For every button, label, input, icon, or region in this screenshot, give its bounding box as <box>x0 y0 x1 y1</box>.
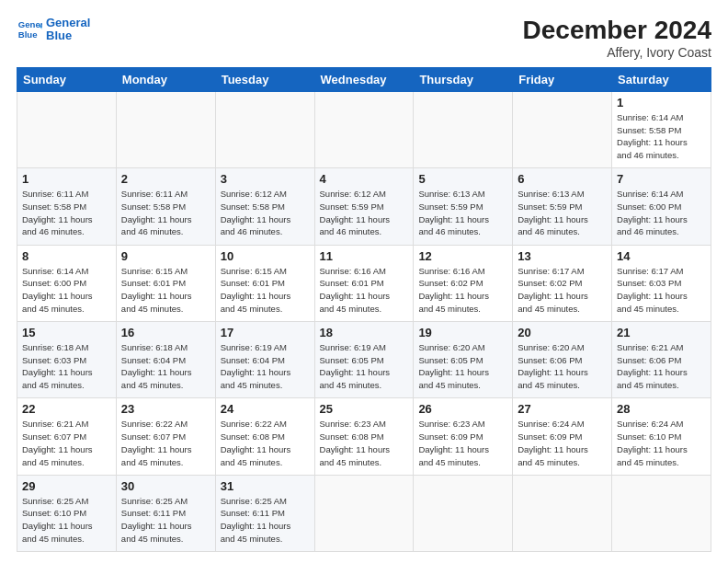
calendar-cell: 22 Sunrise: 6:21 AMSunset: 6:07 PMDaylig… <box>17 398 117 475</box>
day-number: 16 <box>121 326 210 339</box>
day-number: 5 <box>418 172 507 186</box>
calendar-cell <box>513 475 612 551</box>
weekday-header-row: SundayMondayTuesdayWednesdayThursdayFrid… <box>17 67 711 91</box>
day-info: Sunrise: 6:15 AMSunset: 6:01 PMDaylight:… <box>221 266 291 314</box>
calendar-cell: 31 Sunrise: 6:25 AMSunset: 6:11 PMDaylig… <box>215 475 314 551</box>
day-info: Sunrise: 6:12 AMSunset: 5:58 PMDaylight:… <box>221 189 291 236</box>
day-info: Sunrise: 6:22 AMSunset: 6:08 PMDaylight:… <box>221 419 291 466</box>
day-info: Sunrise: 6:24 AMSunset: 6:09 PMDaylight:… <box>518 419 588 466</box>
day-number: 18 <box>320 326 409 339</box>
calendar-cell: 30 Sunrise: 6:25 AMSunset: 6:11 PMDaylig… <box>116 475 215 551</box>
week-row-4: 15 Sunrise: 6:18 AMSunset: 6:03 PMDaylig… <box>17 321 711 397</box>
calendar-cell: 27 Sunrise: 6:24 AMSunset: 6:09 PMDaylig… <box>513 398 612 475</box>
day-info: Sunrise: 6:16 AMSunset: 6:01 PMDaylight:… <box>320 266 391 314</box>
weekday-header-friday: Friday <box>513 67 612 91</box>
header: General Blue General Blue December 2024 … <box>17 17 711 60</box>
day-number: 30 <box>121 479 210 493</box>
title-block: December 2024 Affery, Ivory Coast <box>523 17 711 60</box>
weekday-header-thursday: Thursday <box>414 67 513 91</box>
weekday-header-wednesday: Wednesday <box>314 67 414 91</box>
calendar-cell <box>116 91 215 167</box>
calendar-table: SundayMondayTuesdayWednesdayThursdayFrid… <box>17 67 711 552</box>
week-row-3: 8 Sunrise: 6:14 AMSunset: 6:00 PMDayligh… <box>17 245 711 321</box>
calendar-cell: 24 Sunrise: 6:22 AMSunset: 6:08 PMDaylig… <box>215 398 314 475</box>
week-row-2: 1 Sunrise: 6:11 AMSunset: 5:58 PMDayligh… <box>17 168 711 245</box>
calendar-cell <box>314 475 414 551</box>
day-info: Sunrise: 6:18 AMSunset: 6:03 PMDaylight:… <box>22 342 93 390</box>
day-number: 25 <box>320 402 409 416</box>
day-number: 26 <box>418 402 507 416</box>
calendar-cell: 7 Sunrise: 6:14 AMSunset: 6:00 PMDayligh… <box>612 168 711 245</box>
day-info: Sunrise: 6:14 AMSunset: 6:00 PMDaylight:… <box>22 266 93 314</box>
calendar-cell: 2 Sunrise: 6:11 AMSunset: 5:58 PMDayligh… <box>116 168 215 245</box>
day-number: 9 <box>121 249 210 263</box>
day-info: Sunrise: 6:25 AMSunset: 6:10 PMDaylight:… <box>22 496 93 544</box>
day-number: 4 <box>320 172 409 186</box>
calendar-subtitle: Affery, Ivory Coast <box>523 45 711 60</box>
day-number: 20 <box>518 326 607 339</box>
calendar-cell: 9 Sunrise: 6:15 AMSunset: 6:01 PMDayligh… <box>116 245 215 321</box>
week-row-1: 1 Sunrise: 6:14 AMSunset: 5:58 PMDayligh… <box>17 91 711 167</box>
calendar-cell: 19 Sunrise: 6:20 AMSunset: 6:05 PMDaylig… <box>414 321 513 397</box>
calendar-cell: 23 Sunrise: 6:22 AMSunset: 6:07 PMDaylig… <box>116 398 215 475</box>
day-info: Sunrise: 6:21 AMSunset: 6:06 PMDaylight:… <box>617 342 688 390</box>
calendar-cell <box>513 91 612 167</box>
calendar-cell: 1 Sunrise: 6:11 AMSunset: 5:58 PMDayligh… <box>17 168 117 245</box>
day-info: Sunrise: 6:18 AMSunset: 6:04 PMDaylight:… <box>121 342 192 390</box>
calendar-cell <box>414 475 513 551</box>
calendar-cell: 6 Sunrise: 6:13 AMSunset: 5:59 PMDayligh… <box>513 168 612 245</box>
calendar-cell: 17 Sunrise: 6:19 AMSunset: 6:04 PMDaylig… <box>215 321 314 397</box>
logo-icon: General Blue <box>17 17 42 42</box>
calendar-cell: 8 Sunrise: 6:14 AMSunset: 6:00 PMDayligh… <box>17 245 117 321</box>
day-info: Sunrise: 6:14 AMSunset: 6:00 PMDaylight:… <box>617 189 688 236</box>
day-number: 31 <box>221 479 310 493</box>
svg-text:General: General <box>18 20 42 30</box>
calendar-cell: 28 Sunrise: 6:24 AMSunset: 6:10 PMDaylig… <box>612 398 711 475</box>
day-info: Sunrise: 6:13 AMSunset: 5:59 PMDaylight:… <box>418 189 489 236</box>
logo: General Blue General Blue <box>17 17 90 43</box>
calendar-cell: 20 Sunrise: 6:20 AMSunset: 6:06 PMDaylig… <box>513 321 612 397</box>
day-number: 7 <box>617 172 706 186</box>
calendar-cell <box>215 91 314 167</box>
day-info: Sunrise: 6:13 AMSunset: 5:59 PMDaylight:… <box>518 189 588 236</box>
day-number: 15 <box>22 326 111 339</box>
day-number: 1 <box>617 96 706 109</box>
day-number: 27 <box>518 402 607 416</box>
weekday-header-tuesday: Tuesday <box>215 67 314 91</box>
day-info: Sunrise: 6:11 AMSunset: 5:58 PMDaylight:… <box>22 189 93 236</box>
day-info: Sunrise: 6:12 AMSunset: 5:59 PMDaylight:… <box>320 189 391 236</box>
day-info: Sunrise: 6:25 AMSunset: 6:11 PMDaylight:… <box>121 496 192 544</box>
day-number: 21 <box>617 326 706 339</box>
day-number: 24 <box>221 402 310 416</box>
weekday-header-monday: Monday <box>116 67 215 91</box>
calendar-title: December 2024 <box>523 17 711 45</box>
day-info: Sunrise: 6:15 AMSunset: 6:01 PMDaylight:… <box>121 266 192 314</box>
day-number: 14 <box>617 249 706 263</box>
week-row-5: 22 Sunrise: 6:21 AMSunset: 6:07 PMDaylig… <box>17 398 711 475</box>
day-number: 23 <box>121 402 210 416</box>
day-info: Sunrise: 6:24 AMSunset: 6:10 PMDaylight:… <box>617 419 688 466</box>
day-info: Sunrise: 6:11 AMSunset: 5:58 PMDaylight:… <box>121 189 192 236</box>
day-number: 12 <box>418 249 507 263</box>
day-info: Sunrise: 6:25 AMSunset: 6:11 PMDaylight:… <box>221 496 291 544</box>
calendar-cell: 10 Sunrise: 6:15 AMSunset: 6:01 PMDaylig… <box>215 245 314 321</box>
day-info: Sunrise: 6:19 AMSunset: 6:05 PMDaylight:… <box>320 342 391 390</box>
calendar-cell: 14 Sunrise: 6:17 AMSunset: 6:03 PMDaylig… <box>612 245 711 321</box>
day-number: 1 <box>22 172 111 186</box>
calendar-cell: 25 Sunrise: 6:23 AMSunset: 6:08 PMDaylig… <box>314 398 414 475</box>
calendar-cell: 15 Sunrise: 6:18 AMSunset: 6:03 PMDaylig… <box>17 321 117 397</box>
day-number: 28 <box>617 402 706 416</box>
day-number: 17 <box>221 326 310 339</box>
day-number: 10 <box>221 249 310 263</box>
calendar-cell <box>17 91 117 167</box>
calendar-cell <box>314 91 414 167</box>
calendar-cell: 26 Sunrise: 6:23 AMSunset: 6:09 PMDaylig… <box>414 398 513 475</box>
calendar-cell <box>612 475 711 551</box>
calendar-cell: 4 Sunrise: 6:12 AMSunset: 5:59 PMDayligh… <box>314 168 414 245</box>
calendar-cell: 29 Sunrise: 6:25 AMSunset: 6:10 PMDaylig… <box>17 475 117 551</box>
day-info: Sunrise: 6:17 AMSunset: 6:02 PMDaylight:… <box>518 266 588 314</box>
calendar-cell: 21 Sunrise: 6:21 AMSunset: 6:06 PMDaylig… <box>612 321 711 397</box>
week-row-6: 29 Sunrise: 6:25 AMSunset: 6:10 PMDaylig… <box>17 475 711 551</box>
calendar-cell: 12 Sunrise: 6:16 AMSunset: 6:02 PMDaylig… <box>414 245 513 321</box>
day-number: 29 <box>22 479 111 493</box>
